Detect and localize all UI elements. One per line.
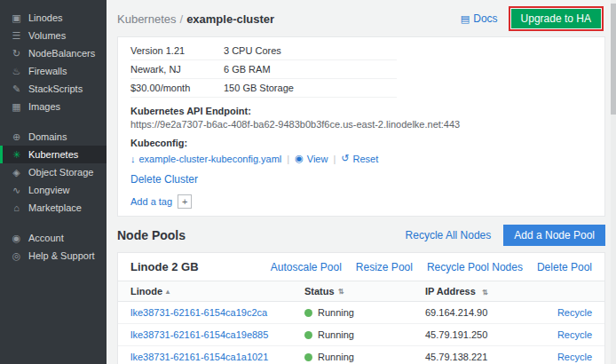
sort-both-icon: ⇅ xyxy=(482,289,488,297)
sidebar-item-label: Account xyxy=(28,233,64,243)
recycle-node-link[interactable]: Recycle xyxy=(557,307,592,318)
spec-storage: 150 GB Storage xyxy=(224,83,397,93)
status-running-icon xyxy=(304,331,312,339)
recycle-node-link[interactable]: Recycle xyxy=(557,329,592,340)
sidebar-item-linodes[interactable]: ▣ Linodes xyxy=(0,9,107,27)
breadcrumb-kubernetes-link[interactable]: Kubernetes xyxy=(117,12,177,26)
domains-icon: ⊕ xyxy=(11,132,22,142)
sidebar-item-label: Longview xyxy=(28,185,69,195)
sidebar-item-kubernetes[interactable]: ✳ Kubernetes xyxy=(0,146,107,163)
recycle-all-nodes-link[interactable]: Recycle All Nodes xyxy=(406,229,492,241)
status-cell: Running xyxy=(304,352,425,362)
upgrade-annotation-highlight: Upgrade to HA xyxy=(509,6,604,31)
column-header-label: Linode xyxy=(130,286,162,297)
recycle-pool-nodes-link[interactable]: Recycle Pool Nodes xyxy=(427,261,523,273)
view-label: View xyxy=(307,154,328,164)
account-icon: ◉ xyxy=(11,233,22,243)
status-label: Running xyxy=(318,352,354,362)
view-icon: ◉ xyxy=(295,153,304,164)
node-pools-header: Node Pools Recycle All Nodes Add a Node … xyxy=(117,225,605,246)
sidebar-item-label: StackScripts xyxy=(28,83,83,94)
sidebar-group-compute: ▣ Linodes ☰ Volumes ↻ NodeBalancers ♨ Fi… xyxy=(0,9,107,115)
kubeconfig-download-link[interactable]: ↓ example-cluster-kubeconfig.yaml xyxy=(130,154,281,164)
pool-name: Linode 2 GB xyxy=(130,260,199,273)
sidebar-item-account[interactable]: ◉ Account xyxy=(0,229,107,247)
table-row: lke38731-62161-6154ca1a1021 Running 45.7… xyxy=(118,346,604,364)
sidebar-item-label: Marketplace xyxy=(28,202,82,213)
download-icon: ↓ xyxy=(130,154,136,164)
table-row: lke38731-62161-6154ca19e885 Running 45.7… xyxy=(118,324,604,346)
delete-pool-link[interactable]: Delete Pool xyxy=(537,261,592,273)
column-header-status[interactable]: Status ⇅ xyxy=(304,286,425,297)
sidebar-item-label: NodeBalancers xyxy=(28,48,95,59)
images-icon: ▦ xyxy=(11,102,22,112)
node-link[interactable]: lke38731-62161-6154ca19c2ca xyxy=(130,307,267,318)
kubeconfig-label: Kubeconfig: xyxy=(130,138,592,148)
sidebar-item-volumes[interactable]: ☰ Volumes xyxy=(0,27,107,44)
resize-pool-link[interactable]: Resize Pool xyxy=(356,261,413,273)
node-pools-title: Node Pools xyxy=(117,228,186,242)
kubeconfig-view-link[interactable]: ◉ View xyxy=(295,153,328,164)
table-row: lke38731-62161-6154ca19c2ca Running 69.1… xyxy=(118,302,604,324)
column-header-label: Status xyxy=(304,286,335,297)
kubeconfig-actions: ↓ example-cluster-kubeconfig.yaml | ◉ Vi… xyxy=(130,153,592,164)
marketplace-icon: ⌂ xyxy=(11,203,22,213)
sidebar-item-help-support[interactable]: ◎ Help & Support xyxy=(0,247,107,265)
docs-link[interactable]: ▤ Docs xyxy=(461,12,498,25)
breadcrumb: Kubernetes/example-cluster xyxy=(117,12,274,26)
plus-icon: + xyxy=(178,194,192,209)
app-window: ▣ Linodes ☰ Volumes ↻ NodeBalancers ♨ Fi… xyxy=(0,0,616,364)
topbar-actions: ▤ Docs Upgrade to HA xyxy=(461,6,604,31)
sidebar-group-services: ⊕ Domains ✳ Kubernetes ◈ Object Storage … xyxy=(0,128,107,217)
docs-icon: ▤ xyxy=(461,13,470,25)
sidebar-item-domains[interactable]: ⊕ Domains xyxy=(0,128,107,146)
add-tag-label: Add a tag xyxy=(130,196,172,207)
upgrade-to-ha-button[interactable]: Upgrade to HA xyxy=(511,9,601,28)
column-header-ip[interactable]: IP Address ⇅ xyxy=(425,286,537,297)
topbar: Kubernetes/example-cluster ▤ Docs Upgrad… xyxy=(107,0,616,36)
status-cell: Running xyxy=(304,307,425,318)
sidebar-item-nodebalancers[interactable]: ↻ NodeBalancers xyxy=(0,44,107,62)
scrollbar-thumb[interactable] xyxy=(611,4,616,115)
sidebar-item-stackscripts[interactable]: ✎ StackScripts xyxy=(0,80,107,98)
sidebar-item-object-storage[interactable]: ◈ Object Storage xyxy=(0,163,107,181)
ip-address: 45.79.191.250 xyxy=(425,329,537,340)
kubeconfig-reset-link[interactable]: ↺ Reset xyxy=(341,153,378,164)
node-link[interactable]: lke38731-62161-6154ca19e885 xyxy=(130,329,268,340)
spec-price: $30.00/month xyxy=(130,83,224,93)
divider: | xyxy=(287,154,289,164)
node-link[interactable]: lke38731-62161-6154ca1a1021 xyxy=(130,352,268,362)
recycle-node-link[interactable]: Recycle xyxy=(557,352,592,362)
linodes-icon: ▣ xyxy=(11,13,22,23)
breadcrumb-current-cluster: example-cluster xyxy=(186,12,274,26)
breadcrumb-separator: / xyxy=(180,12,184,26)
sidebar-item-firewalls[interactable]: ♨ Firewalls xyxy=(0,62,107,80)
add-tag-button[interactable]: Add a tag + xyxy=(130,194,192,209)
delete-cluster-link[interactable]: Delete Cluster xyxy=(130,173,198,186)
autoscale-pool-link[interactable]: Autoscale Pool xyxy=(271,261,342,273)
column-header-linode[interactable]: Linode ▴ xyxy=(130,286,304,297)
scrollbar-track[interactable] xyxy=(611,0,616,364)
reset-icon: ↺ xyxy=(341,153,349,164)
status-label: Running xyxy=(318,329,354,340)
sidebar-item-label: Object Storage xyxy=(28,167,93,178)
sidebar-item-longview[interactable]: ∿ Longview xyxy=(0,181,107,199)
sidebar-group-account: ◉ Account ◎ Help & Support xyxy=(0,229,107,265)
sidebar-item-marketplace[interactable]: ⌂ Marketplace xyxy=(0,199,107,217)
sidebar-item-images[interactable]: ▦ Images xyxy=(0,98,107,115)
sidebar-item-label: Images xyxy=(28,101,60,112)
status-cell: Running xyxy=(304,329,425,340)
add-node-pool-button[interactable]: Add a Node Pool xyxy=(503,225,605,246)
sidebar-item-label: Kubernetes xyxy=(28,149,78,160)
reset-label: Reset xyxy=(353,154,379,164)
nodebalancers-icon: ↻ xyxy=(11,49,22,59)
spec-ram: 6 GB RAM xyxy=(224,64,397,75)
ip-address: 69.164.214.90 xyxy=(425,307,537,318)
sidebar-item-label: Help & Support xyxy=(28,250,95,261)
pool-table-header: Linode ▴ Status ⇅ IP Address ⇅ xyxy=(118,281,604,302)
divider: | xyxy=(333,154,336,164)
node-pools-actions: Recycle All Nodes Add a Node Pool xyxy=(406,225,605,246)
kubernetes-icon: ✳ xyxy=(11,150,22,160)
cluster-specs: Version 1.21 3 CPU Cores Newark, NJ 6 GB… xyxy=(130,42,397,98)
longview-icon: ∿ xyxy=(11,186,22,195)
